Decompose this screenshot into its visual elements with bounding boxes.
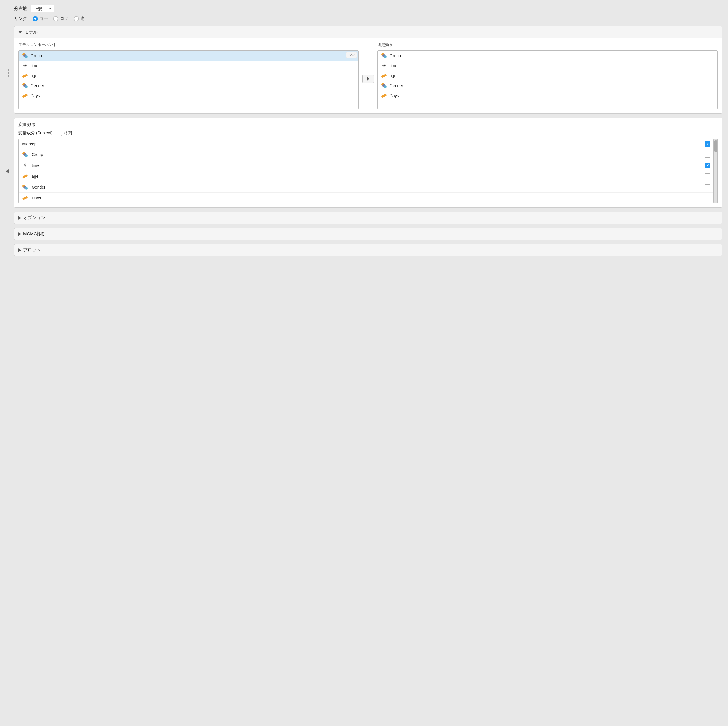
radio-log[interactable]: ログ xyxy=(53,16,68,21)
options-section-title: オプション xyxy=(23,215,45,220)
options-expand-icon xyxy=(18,216,21,220)
list-item[interactable]: ✳ time xyxy=(378,61,717,71)
list-item-label: age xyxy=(31,73,37,78)
cluster-icon xyxy=(381,83,387,89)
var-list-box[interactable]: Intercept Group ✳ xyxy=(18,139,714,203)
star-icon: ✳ xyxy=(22,162,28,169)
radio-inverse-circle[interactable] xyxy=(73,16,79,21)
fixed-effects-label: 固定効果 xyxy=(378,42,718,47)
list-item[interactable]: ✳ time xyxy=(19,61,358,71)
var-checkbox[interactable] xyxy=(705,173,710,179)
section-handle[interactable] xyxy=(6,169,9,174)
var-effects-header: 変量効果 xyxy=(18,122,718,128)
radio-inverse[interactable]: 逆 xyxy=(73,16,85,21)
list-item[interactable]: age xyxy=(19,71,358,81)
pencil-icon xyxy=(381,92,387,99)
mcmc-expand-icon xyxy=(18,232,21,236)
var-row[interactable]: Group xyxy=(19,149,713,160)
var-list-scrollbar[interactable] xyxy=(714,139,718,203)
plot-section-header[interactable]: プロット xyxy=(14,245,722,256)
var-row-label: age xyxy=(32,174,702,179)
list-item[interactable]: Gender xyxy=(378,81,717,91)
model-collapse-icon xyxy=(18,31,22,34)
options-section-header[interactable]: オプション xyxy=(14,212,722,223)
var-row[interactable]: ✳ time xyxy=(19,160,713,171)
plot-expand-icon xyxy=(18,248,21,252)
correlation-wrap[interactable]: 相関 xyxy=(57,130,72,136)
model-content: モデルコンポーネント Group ✳ xyxy=(14,38,722,113)
model-section-header[interactable]: モデル xyxy=(14,26,722,38)
pencil-icon xyxy=(22,92,28,99)
var-row[interactable]: Days xyxy=(19,193,713,203)
arrow-right-icon xyxy=(367,77,370,81)
transfer-arrow-button[interactable] xyxy=(362,75,374,83)
components-list[interactable]: Group ✳ time xyxy=(18,50,359,109)
model-section: モデル モデルコンポーネント Group xyxy=(14,26,722,113)
sidebar-dot xyxy=(8,72,9,73)
radio-same-circle[interactable] xyxy=(32,16,38,21)
radio-log-label: ログ xyxy=(60,16,68,21)
sidebar-dot xyxy=(8,69,9,71)
list-item[interactable]: Gender xyxy=(19,81,358,91)
var-checkbox[interactable] xyxy=(705,184,710,190)
sort-icon: ↕AZ xyxy=(348,53,355,57)
radio-same-label: 同一 xyxy=(40,16,48,21)
cluster-icon xyxy=(22,184,28,190)
cluster-icon xyxy=(22,83,28,89)
list-item[interactable]: Group xyxy=(19,51,358,61)
fixed-effects-col: 固定効果 Group ✳ time xyxy=(378,42,718,109)
cluster-icon xyxy=(22,52,28,59)
var-row[interactable]: Intercept xyxy=(19,139,713,149)
model-components-col: モデルコンポーネント Group ✳ xyxy=(18,42,359,109)
dist-family-select-wrap[interactable]: 正規 ▼ xyxy=(31,5,54,12)
subject-row: 変量成分 (Subject) 相関 xyxy=(18,130,718,136)
dist-family-select[interactable]: 正規 xyxy=(31,5,54,12)
list-item-label: Days xyxy=(390,93,399,98)
list-item[interactable]: age xyxy=(378,71,717,81)
dist-family-row: 分布族 正規 ▼ xyxy=(14,5,722,12)
radio-log-circle[interactable] xyxy=(53,16,58,21)
list-item[interactable]: Group xyxy=(378,51,717,61)
list-item[interactable]: Days xyxy=(19,91,358,101)
var-row-label: Days xyxy=(32,196,702,200)
var-row[interactable]: age xyxy=(19,171,713,182)
var-checkbox[interactable] xyxy=(705,162,710,168)
subject-label: 変量成分 (Subject) xyxy=(18,130,52,136)
var-checkbox[interactable] xyxy=(705,141,710,147)
fixed-effects-list[interactable]: Group ✳ time age xyxy=(378,50,718,109)
link-label: リンク xyxy=(14,16,27,21)
pencil-icon xyxy=(22,72,28,79)
list-item-label: Group xyxy=(31,53,42,58)
list-item-label: time xyxy=(31,63,38,68)
correlation-checkbox[interactable] xyxy=(57,130,62,136)
mcmc-section: MCMC診断 xyxy=(14,228,722,240)
plot-section: プロット xyxy=(14,244,722,256)
var-row[interactable]: Gender xyxy=(19,182,713,193)
star-icon: ✳ xyxy=(22,63,28,69)
scrollbar-thumb[interactable] xyxy=(714,140,717,152)
list-item[interactable]: Days xyxy=(378,91,717,101)
var-checkbox[interactable] xyxy=(705,152,710,157)
pencil-icon xyxy=(381,72,387,79)
pencil-icon xyxy=(22,195,28,201)
radio-same[interactable]: 同一 xyxy=(32,16,48,21)
list-item-label: age xyxy=(390,73,396,78)
radio-inverse-label: 逆 xyxy=(81,16,85,21)
var-effects-section: 変量効果 変量成分 (Subject) 相関 Intercept xyxy=(14,118,722,208)
model-section-title: モデル xyxy=(24,29,38,35)
var-row-label: Gender xyxy=(32,185,702,190)
var-row-label: Intercept xyxy=(22,142,702,147)
var-row-label: Group xyxy=(32,152,702,157)
correlation-label: 相関 xyxy=(64,130,72,136)
plot-section-title: プロット xyxy=(23,247,41,253)
link-row: リンク 同一 ログ 逆 xyxy=(14,16,722,21)
sort-button[interactable]: ↕AZ xyxy=(346,52,357,58)
var-checkbox[interactable] xyxy=(705,195,710,201)
mcmc-section-header[interactable]: MCMC診断 xyxy=(14,228,722,240)
list-item-label: time xyxy=(390,63,397,68)
sidebar-dot xyxy=(8,75,9,76)
list-item-label: Gender xyxy=(31,83,44,88)
handle-arrow-icon xyxy=(6,169,9,174)
star-icon: ✳ xyxy=(381,63,387,69)
list-item-label: Gender xyxy=(390,83,403,88)
